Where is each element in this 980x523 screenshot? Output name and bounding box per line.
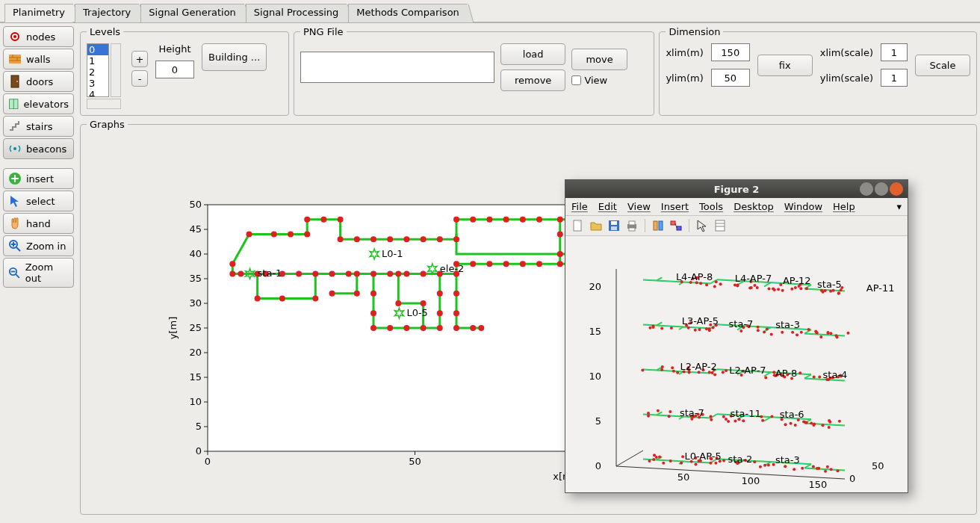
level-item-3[interactable]: 3	[87, 78, 108, 89]
window-maximize-icon[interactable]	[875, 182, 888, 196]
figure-3d-plot[interactable]: 0510152050100150050L0-AP-5sta-2sta-3sta-…	[565, 236, 908, 490]
png-move-button[interactable]: move	[571, 49, 627, 70]
svg-point-324	[641, 368, 644, 371]
xscale-input[interactable]	[881, 43, 908, 61]
svg-point-198	[652, 458, 655, 461]
level-item-2[interactable]: 2	[87, 66, 108, 78]
figure-titlebar[interactable]: Figure 2	[565, 180, 908, 198]
tab-signal-generation[interactable]: Signal Generation	[140, 4, 244, 22]
svg-point-72	[486, 217, 492, 223]
window-minimize-icon[interactable]	[860, 182, 873, 196]
tool-walls[interactable]: walls	[3, 49, 74, 69]
svg-text:sta-11: sta-11	[731, 408, 761, 419]
tool-stairs[interactable]: stairs	[3, 116, 74, 137]
svg-point-203	[722, 459, 725, 462]
svg-point-395	[652, 326, 655, 329]
svg-text:40: 40	[189, 248, 202, 259]
svg-text:10: 10	[589, 371, 601, 382]
svg-point-208	[812, 465, 815, 468]
link-icon[interactable]	[669, 219, 683, 232]
svg-point-282	[668, 415, 671, 418]
svg-point-85	[520, 261, 526, 267]
tab-trajectory[interactable]: Trajectory	[75, 4, 139, 22]
svg-point-384	[687, 327, 690, 329]
xlim-label: xlim(m)	[666, 47, 703, 58]
svg-point-87	[486, 261, 492, 267]
colorbar-icon[interactable]	[713, 219, 727, 232]
level-item-1[interactable]: 1	[87, 55, 108, 66]
save-icon[interactable]	[607, 219, 621, 232]
svg-text:150: 150	[809, 479, 828, 489]
ylim-label: ylim(m)	[666, 72, 703, 84]
figure-menu-tools[interactable]: Tools	[699, 201, 723, 212]
tool-insert[interactable]: insert	[3, 168, 74, 189]
png-view-checkbox-input[interactable]	[571, 75, 581, 85]
png-remove-button[interactable]: remove	[500, 69, 565, 91]
svg-text:10: 10	[189, 396, 202, 407]
figure-menu-window[interactable]: Window	[784, 201, 822, 212]
figure-menu-edit[interactable]: Edit	[598, 201, 617, 212]
tool-select[interactable]: select	[3, 191, 74, 211]
svg-point-260	[727, 420, 730, 423]
ylim-input[interactable]	[711, 69, 750, 87]
window-close-icon[interactable]	[890, 182, 903, 196]
svg-point-115	[403, 325, 409, 331]
levels-panel: Levels 0 1 2 3 4	[80, 26, 289, 116]
svg-text:20: 20	[589, 281, 601, 292]
level-item-4[interactable]: 4	[87, 89, 108, 97]
tool-zoom-in[interactable]: Zoom in	[3, 235, 74, 256]
building-button[interactable]: Building ...	[202, 43, 267, 71]
levels-scrollbar-h[interactable]	[87, 99, 121, 109]
figure-menu-help[interactable]: Help	[833, 201, 855, 212]
yscale-input[interactable]	[881, 69, 908, 87]
levels-list[interactable]: 0 1 2 3 4	[87, 43, 109, 97]
png-path-input[interactable]	[300, 52, 494, 83]
tool-hand[interactable]: hand	[3, 213, 74, 234]
svg-point-391	[770, 332, 773, 335]
zoom-out-icon	[8, 266, 21, 279]
brush-icon[interactable]	[651, 219, 665, 232]
tool-zoom-out[interactable]: Zoom out	[3, 258, 74, 288]
figure-menu-more-icon[interactable]: ▾	[896, 201, 902, 212]
height-input[interactable]	[155, 61, 194, 78]
figure-menu-desktop[interactable]: Desktop	[734, 201, 774, 212]
tab-planimetry[interactable]: Planimetry	[4, 4, 73, 22]
svg-point-307	[660, 368, 663, 371]
levels-scrollbar-v[interactable]	[111, 43, 121, 97]
svg-point-279	[722, 415, 725, 418]
open-file-icon[interactable]	[589, 219, 603, 232]
hand-icon	[8, 217, 22, 230]
svg-point-430	[779, 283, 782, 286]
png-load-button[interactable]: load	[500, 43, 565, 65]
new-file-icon[interactable]	[571, 219, 585, 232]
png-view-checkbox[interactable]: View	[571, 75, 627, 86]
doors-icon	[8, 75, 22, 88]
scale-button[interactable]: Scale	[915, 55, 970, 76]
level-item-0[interactable]: 0	[87, 44, 108, 55]
tab-signal-processing[interactable]: Signal Processing	[246, 4, 347, 22]
insert-icon	[8, 172, 22, 185]
svg-point-457	[790, 288, 793, 291]
figure-menu-file[interactable]: File	[571, 201, 588, 212]
tool-nodes[interactable]: nodes	[3, 26, 74, 47]
print-icon[interactable]	[625, 219, 639, 232]
figure-menu-insert[interactable]: Insert	[661, 201, 689, 212]
tool-doors[interactable]: doors	[3, 71, 74, 92]
figure-menu-view[interactable]: View	[627, 201, 651, 212]
level-remove-button[interactable]: -	[131, 70, 148, 87]
svg-text:15: 15	[589, 326, 601, 337]
svg-point-269	[810, 421, 813, 424]
tool-elevators[interactable]: elevators	[3, 93, 74, 114]
svg-text:L2-AP-2: L2-AP-2	[680, 361, 717, 372]
svg-point-318	[764, 377, 767, 380]
tab-methods-comparison[interactable]: Methods Comparison	[348, 4, 468, 22]
figure-window[interactable]: Figure 2 File Edit View Insert Tools Des…	[565, 179, 908, 493]
svg-rect-139	[611, 221, 617, 225]
level-add-button[interactable]: +	[131, 51, 148, 67]
fix-button[interactable]: fix	[757, 55, 813, 76]
tool-beacons[interactable]: beacons	[3, 138, 74, 159]
pointer-icon[interactable]	[695, 219, 709, 232]
xlim-input[interactable]	[711, 43, 750, 61]
svg-point-451	[715, 280, 718, 283]
svg-text:sta-3: sta-3	[775, 454, 800, 465]
